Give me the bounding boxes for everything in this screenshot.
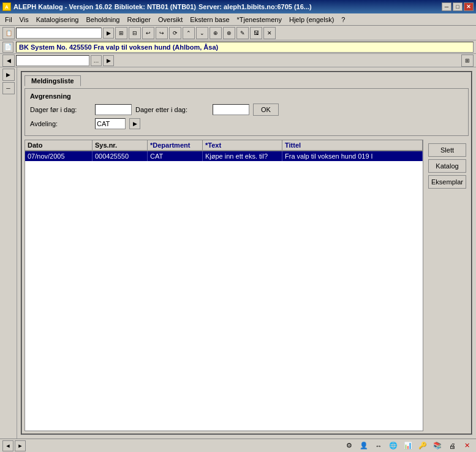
library-info: Bibliotek: NTB01 (NTB01)	[115, 3, 196, 10]
eksemplar-button[interactable]: Eksemplar	[428, 175, 466, 189]
toolbar-btn-5[interactable]: ↪	[156, 27, 168, 39]
content-area: Meldingsliste Avgrensning Dager før i da…	[17, 67, 476, 439]
menu-fil[interactable]: Fil	[1, 15, 16, 24]
dager-etter-label: Dager etter i dag:	[135, 106, 209, 113]
menu-question[interactable]: ?	[338, 15, 349, 24]
avdeling-input[interactable]: CAT	[95, 118, 126, 129]
cell-tittel: Fra valp til voksen hund 019 l	[282, 151, 423, 161]
cell-dato: 07/nov/2005	[25, 151, 93, 161]
cell-dept: CAT	[148, 151, 203, 161]
katalog-button[interactable]: Katalog	[428, 159, 466, 173]
cell-text: Kjøpe inn ett eks. til?	[203, 151, 282, 161]
toolbar-btn-1[interactable]: 📋	[2, 27, 15, 39]
col-tittel[interactable]: Tittel	[282, 140, 423, 150]
right-action-panel: Slett Katalog Eksemplar	[426, 140, 469, 431]
record-title: BK System No. 425550 Fra valp til voksen…	[16, 42, 474, 53]
col-dato[interactable]: Dato	[25, 140, 93, 150]
status-icon-9: ✕	[460, 440, 474, 451]
status-icon-1: ⚙	[342, 440, 356, 451]
filter-row-2: Avdeling: CAT ▶	[30, 118, 463, 129]
maximize-button[interactable]: □	[453, 2, 463, 11]
sidebar-btn-2[interactable]: ─	[2, 82, 15, 94]
status-icon-3: ↔	[372, 440, 385, 451]
dager-for-input[interactable]	[95, 104, 132, 115]
nav-left-btn[interactable]: ◄	[2, 440, 13, 451]
toolbar-2: ◀ … ▶ ⊞	[0, 54, 476, 67]
tab-bar: Meldingsliste	[25, 75, 469, 86]
toolbar-btn-6[interactable]: ⟳	[169, 27, 181, 39]
sidebar: ▶ ─	[0, 67, 17, 439]
menu-tjeneste[interactable]: *Tjenestemeny	[233, 15, 285, 24]
table-body: 07/nov/2005 000425550 CAT Kjøpe inn ett …	[25, 151, 423, 431]
toolbar-btn-10[interactable]: ⊗	[223, 27, 235, 39]
menu-beholdning[interactable]: Beholdning	[82, 15, 123, 24]
toolbar-1: 📋 ▶ ⊞ ⊟ ↩ ↪ ⟳ ⌃ ⌄ ⊕ ⊗ ✎ 🖫 ✕	[0, 26, 476, 40]
app-title: ALEPH Katalog - Versjon 16.02	[13, 3, 112, 10]
record-bar: 📄 BK System No. 425550 Fra valp til voks…	[0, 40, 476, 54]
status-bar: ◄ ► ⚙ 👤 ↔ 🌐 📊 🔑 📚 🖨 ✕	[0, 439, 476, 452]
sidebar-btn-1[interactable]: ▶	[2, 69, 15, 81]
main-panel: Meldingsliste Avgrensning Dager før i da…	[21, 71, 472, 435]
toolbar2-btn-1[interactable]: ◀	[2, 55, 15, 67]
menu-bar: Fil Vis Katalogisering Beholdning Redige…	[0, 13, 476, 26]
filter-row-1: Dager før i dag: Dager etter i dag: OK	[30, 104, 463, 116]
toolbar-btn-13[interactable]: ✕	[263, 27, 276, 39]
filter-section: Avgrensning Dager før i dag: Dager etter…	[25, 88, 469, 136]
close-button[interactable]: ✕	[464, 2, 474, 11]
main-area: ▶ ─ Meldingsliste Avgrensning Dager før …	[0, 67, 476, 439]
toolbar2-input[interactable]	[16, 55, 89, 66]
menu-oversikt[interactable]: Oversikt	[154, 15, 186, 24]
app-icon: A	[2, 2, 11, 11]
avdeling-arrow-btn[interactable]: ▶	[129, 118, 140, 129]
record-icon-btn[interactable]: 📄	[2, 42, 13, 53]
toolbar-btn-4[interactable]: ↩	[142, 27, 154, 39]
toolbar-btn-12[interactable]: 🖫	[250, 27, 262, 39]
toolbar-btn-3[interactable]: ⊟	[129, 27, 141, 39]
cell-sysnr: 000425550	[93, 151, 148, 161]
status-icon-2: 👤	[357, 440, 371, 451]
menu-vis[interactable]: Vis	[16, 15, 32, 24]
toolbar-input-1[interactable]	[16, 28, 102, 39]
toolbar-arrow-right[interactable]: ▶	[103, 28, 114, 39]
filter-title: Avgrensning	[30, 92, 463, 100]
tab-meldingsliste[interactable]: Meldingsliste	[25, 75, 81, 86]
toolbar-btn-8[interactable]: ⌄	[196, 27, 208, 39]
col-sysnr[interactable]: Sys.nr.	[93, 140, 148, 150]
col-dept[interactable]: *Department	[148, 140, 203, 150]
status-icon-6: 🔑	[416, 440, 429, 451]
table-row[interactable]: 07/nov/2005 000425550 CAT Kjøpe inn ett …	[25, 151, 423, 161]
toolbar-btn-2[interactable]: ⊞	[115, 27, 127, 39]
status-icon-8: 🖨	[445, 440, 459, 451]
slett-button[interactable]: Slett	[428, 143, 466, 157]
toolbar-btn-9[interactable]: ⊕	[210, 27, 222, 39]
toolbar2-arrow-btn[interactable]: ▶	[103, 55, 114, 66]
status-icon-5: 📊	[401, 440, 415, 451]
server-info: Server: aleph1.bibits.no:6705 (16...)	[198, 3, 312, 10]
dager-etter-input[interactable]	[213, 104, 249, 115]
status-icon-7: 📚	[431, 440, 444, 451]
menu-rediger[interactable]: Rediger	[123, 15, 154, 24]
nav-right-btn[interactable]: ►	[15, 440, 26, 451]
col-text[interactable]: *Text	[203, 140, 282, 150]
toolbar-btn-11[interactable]: ✎	[236, 27, 249, 39]
toolbar-btn-7[interactable]: ⌃	[183, 27, 195, 39]
menu-hjelp[interactable]: Hjelp (engelsk)	[285, 15, 338, 24]
toolbar2-expand-btn[interactable]: ⊞	[461, 55, 474, 67]
menu-ekstern[interactable]: Ekstern base	[186, 15, 233, 24]
minimize-button[interactable]: ─	[442, 2, 451, 11]
table-header: Dato Sys.nr. *Department *Text Tittel	[25, 140, 423, 151]
ok-button[interactable]: OK	[253, 104, 279, 116]
menu-katalogisering[interactable]: Katalogisering	[32, 15, 83, 24]
dager-for-label: Dager før i dag:	[30, 106, 91, 113]
avdeling-label: Avdeling:	[30, 120, 91, 127]
title-bar: A ALEPH Katalog - Versjon 16.02 Bibliote…	[0, 0, 476, 13]
messages-table: Dato Sys.nr. *Department *Text Tittel 07…	[25, 140, 423, 431]
status-icon-4: 🌐	[387, 440, 400, 451]
toolbar2-browse-btn[interactable]: …	[91, 55, 102, 66]
